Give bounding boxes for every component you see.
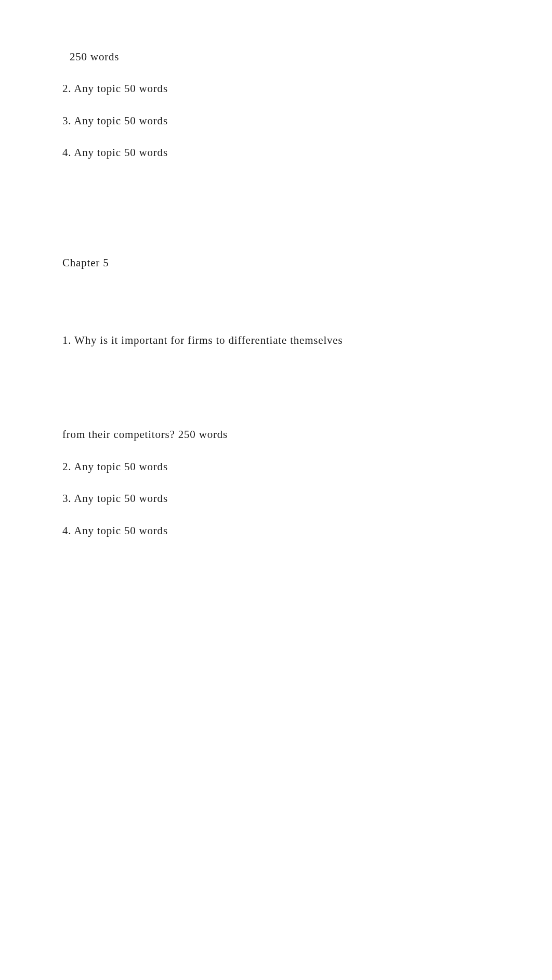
list-item: 4. Any topic 50 words	[62, 523, 490, 538]
spacer	[62, 287, 490, 333]
list-item: 4. Any topic 50 words	[62, 145, 490, 160]
list-item: 2. Any topic 50 words	[62, 459, 490, 474]
trailing-text: 250 words	[62, 49, 490, 65]
spacer	[62, 177, 490, 255]
question-text-continued: from their competitors? 250 words	[62, 427, 490, 442]
list-item: 2. Any topic 50 words	[62, 81, 490, 96]
spacer	[62, 365, 490, 427]
chapter-title: Chapter 5	[62, 255, 490, 270]
question-text: 1. Why is it important for firms to diff…	[62, 333, 490, 348]
list-item: 3. Any topic 50 words	[62, 113, 490, 128]
list-item: 3. Any topic 50 words	[62, 491, 490, 506]
